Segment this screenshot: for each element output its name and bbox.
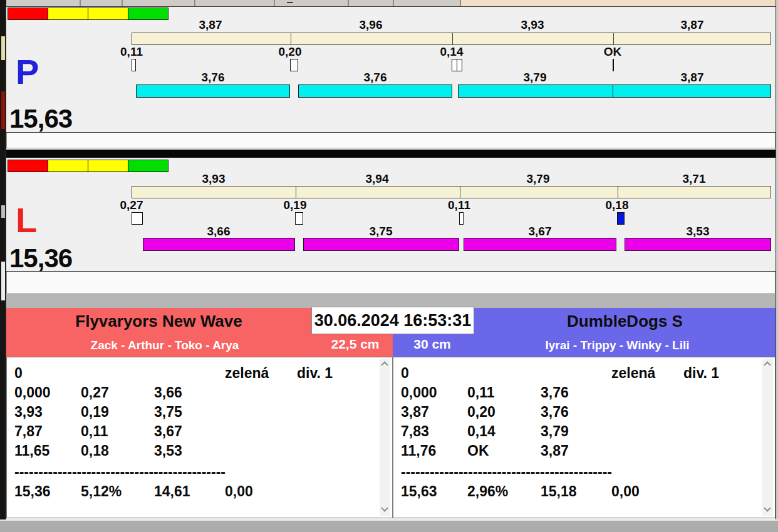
split-cell: 3,93 <box>14 404 43 420</box>
change-marker-box <box>617 212 625 225</box>
run-time-label: 3,66 <box>207 227 231 236</box>
split-cell: 3,53 <box>154 442 182 459</box>
lane-total-time: 15,36 <box>9 245 72 272</box>
split-cell: 3,75 <box>154 404 182 420</box>
split-time-label: 3,96 <box>360 20 383 29</box>
split-cell: 11,76 <box>401 442 436 459</box>
result-row-split: 11,650,183,53 <box>7 442 392 459</box>
split-bar-divider <box>291 33 291 44</box>
dog-run-bar <box>136 84 290 98</box>
traffic-light-1 <box>48 160 88 172</box>
dog-run-bar <box>625 238 771 251</box>
split-cell: 3,76 <box>541 404 569 420</box>
split-bar-divider <box>296 187 296 198</box>
run-time-label: 3,76 <box>364 73 387 82</box>
scroll-up-button[interactable] <box>762 359 773 370</box>
split-bar-divider <box>452 33 453 44</box>
run-time-label: 3,79 <box>524 73 547 82</box>
change-marker-box <box>290 59 298 71</box>
change-time-label: 0,19 <box>284 200 307 210</box>
change-marker-tick <box>613 59 614 71</box>
split-cell: 0,000 <box>14 384 51 401</box>
total-cell: 5,12% <box>81 483 122 499</box>
lane-chart-area: L15,363,930,273,663,940,193,753,790,113,… <box>6 158 775 272</box>
change-marker-box <box>295 212 303 225</box>
result-row-status: 0zelenádiv. 1 <box>7 365 392 381</box>
status-strip <box>0 519 778 532</box>
traffic-light-1 <box>48 8 88 20</box>
change-marker-box <box>132 59 136 71</box>
lane-total-time: 15,63 <box>9 106 72 132</box>
split-time-label: 3,94 <box>366 174 389 183</box>
header-gap <box>6 294 775 308</box>
split-time-label: 3,71 <box>683 174 706 183</box>
background-window-fragment <box>1 36 5 60</box>
light-status: zelená <box>611 365 655 381</box>
chevron-down-icon <box>381 504 388 511</box>
light-status: zelená <box>225 365 269 381</box>
dog-names: Iyrai - Trippy - Winky - Lili <box>459 339 775 352</box>
chevron-up-icon <box>381 361 388 368</box>
total-cell: 15,18 <box>541 483 577 499</box>
start-value: 0 <box>14 365 23 381</box>
traffic-light-3 <box>128 8 169 20</box>
change-time-label: OK <box>604 47 622 56</box>
scrollbar[interactable] <box>762 359 773 516</box>
chevron-up-icon <box>764 361 770 368</box>
split-bar-divider <box>613 33 614 44</box>
background-window-fragment <box>1 262 5 300</box>
total-cell: 0,00 <box>611 483 640 499</box>
total-cell: 2,96% <box>467 483 508 499</box>
traffic-light-3 <box>128 160 169 172</box>
lane-letter: L <box>16 203 37 238</box>
result-row-split: 11,76OK3,87 <box>393 442 775 459</box>
dog-names: Zack - Arthur - Toko - Arya <box>6 339 323 352</box>
separator-line: ----------------------------------------… <box>401 464 778 480</box>
split-cell: OK <box>467 442 489 459</box>
lane-panel-L: L15,363,930,273,663,940,193,753,790,113,… <box>6 158 775 294</box>
scroll-up-button[interactable] <box>380 359 390 370</box>
scroll-down-button[interactable] <box>762 505 773 516</box>
result-row-totals: 15,365,12%14,610,00 <box>7 483 392 499</box>
dog-run-bar <box>464 238 616 251</box>
total-cell: 14,61 <box>154 483 190 499</box>
change-marker-box <box>132 212 143 225</box>
total-cell: 15,63 <box>401 483 437 499</box>
split-cell: 0,000 <box>401 384 437 401</box>
dog-run-bar <box>298 84 452 98</box>
result-row-totals: 15,632,96%15,180,00 <box>393 483 775 499</box>
dog-run-bar <box>143 238 295 251</box>
total-cell: 15,36 <box>14 483 51 499</box>
run-time-label: 3,53 <box>687 227 710 236</box>
change-time-label: 0,11 <box>448 200 470 210</box>
result-row-split: 3,930,193,75 <box>7 404 392 420</box>
result-row-split: 0,0000,273,66 <box>7 384 392 401</box>
start-value: 0 <box>401 365 409 381</box>
traffic-light-0 <box>8 160 48 172</box>
split-cell: 0,18 <box>81 442 109 459</box>
split-cell: 3,79 <box>541 423 569 439</box>
run-time-label: 3,67 <box>529 227 552 236</box>
result-row-split: 3,870,203,76 <box>393 404 775 420</box>
scrollbar[interactable] <box>380 359 390 516</box>
results-area: 0zelenádiv. 10,0000,113,763,870,203,767,… <box>393 357 775 518</box>
change-time-label: 0,18 <box>606 200 629 210</box>
traffic-light-2 <box>88 8 128 20</box>
result-row-split: 0,0000,113,76 <box>393 384 775 401</box>
background-window-fragment <box>1 205 5 218</box>
run-time-label: 3,76 <box>202 73 225 82</box>
lane-panel-P: P15,633,870,113,763,960,203,763,930,143,… <box>6 7 775 149</box>
split-cell: 11,65 <box>14 442 49 459</box>
timestamp: 30.06.2024 16:53:31 <box>311 307 474 334</box>
division-label: div. 1 <box>297 365 333 381</box>
traffic-light-2 <box>88 160 128 172</box>
scroll-down-button[interactable] <box>380 505 390 516</box>
change-time-label: 0,14 <box>440 47 464 56</box>
split-time-label: 3,79 <box>527 174 550 183</box>
jump-height-label: 30 cm <box>405 337 459 352</box>
run-time-label: 3,87 <box>681 73 704 82</box>
minimize-icon <box>287 2 293 3</box>
lane-divider <box>6 150 775 158</box>
division-label: div. 1 <box>683 365 719 381</box>
background-window-fragment <box>1 91 5 129</box>
